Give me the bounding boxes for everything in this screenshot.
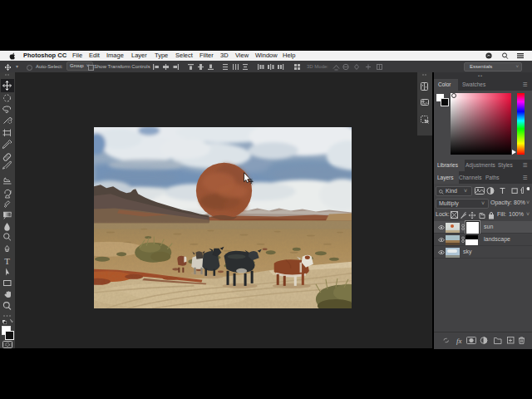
svg-text:T: T bbox=[4, 256, 10, 266]
svg-text:fx: fx bbox=[456, 337, 462, 345]
